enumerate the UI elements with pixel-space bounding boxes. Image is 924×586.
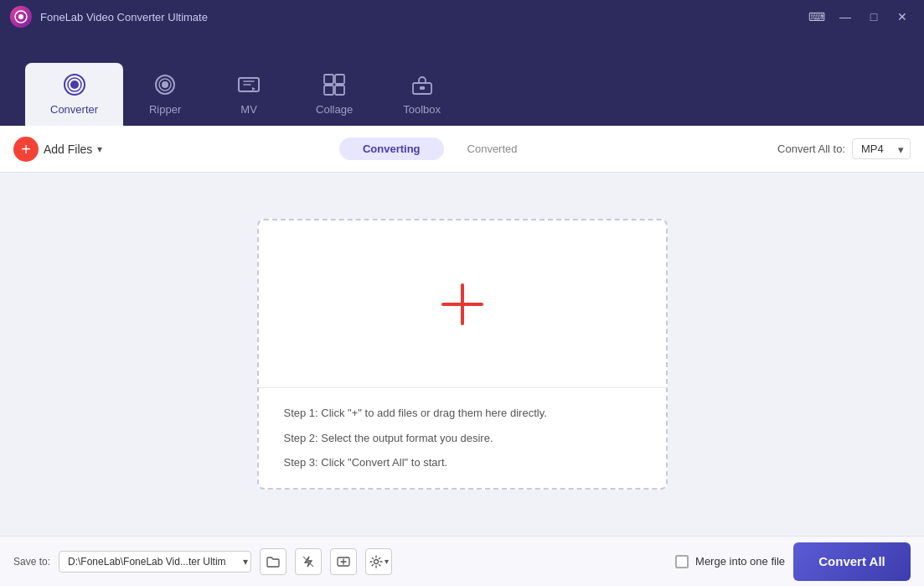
drop-zone-icon-area xyxy=(259,220,666,388)
svg-rect-10 xyxy=(335,75,344,84)
merge-label: Merge into one file xyxy=(695,555,785,568)
browse-folder-button[interactable] xyxy=(260,548,286,575)
main-content: + Add Files ▾ Converting Converted Conve… xyxy=(0,126,924,586)
add-circle-icon: + xyxy=(13,137,39,162)
tab-mv-label: MV xyxy=(240,103,257,116)
convert-all-to-section: Convert All to: MP4 MP3 AVI MOV MKV xyxy=(777,138,911,159)
svg-rect-14 xyxy=(420,86,425,90)
converted-tab-pill[interactable]: Converted xyxy=(444,137,541,160)
title-bar: FoneLab Video Converter Ultimate ⌨ — □ ✕ xyxy=(0,0,924,34)
merge-wrap: Merge into one file xyxy=(675,555,785,568)
svg-point-17 xyxy=(374,559,378,563)
app-logo xyxy=(10,6,32,28)
hardware-acceleration-button[interactable] xyxy=(295,548,322,575)
save-to-label: Save to: xyxy=(13,556,50,568)
app-title: FoneLab Video Converter Ultimate xyxy=(40,11,805,23)
svg-point-3 xyxy=(70,80,79,89)
window-controls: ⌨ — □ ✕ xyxy=(805,5,914,29)
svg-rect-11 xyxy=(324,86,333,95)
step3-text: Step 3: Click "Convert All" to start. xyxy=(284,454,641,471)
settings-button[interactable]: ▾ xyxy=(365,548,392,575)
toolbar: + Add Files ▾ Converting Converted Conve… xyxy=(0,126,924,173)
save-path-input[interactable] xyxy=(59,551,251,573)
keyboard-button[interactable]: ⌨ xyxy=(805,5,829,29)
add-files-button[interactable]: + Add Files ▾ xyxy=(13,137,102,162)
tab-switcher: Converting Converted xyxy=(112,137,767,160)
nav-tabs: Converter Ripper MV Collage xyxy=(0,34,924,126)
merge-checkbox[interactable] xyxy=(675,555,689,568)
tab-collage-label: Collage xyxy=(316,103,353,116)
tab-toolbox-label: Toolbox xyxy=(403,103,441,116)
tab-toolbox[interactable]: Toolbox xyxy=(378,63,466,126)
save-path-dropdown-button[interactable]: ▾ xyxy=(243,556,248,568)
tab-collage[interactable]: Collage xyxy=(291,63,378,126)
maximize-button[interactable]: □ xyxy=(862,5,885,29)
convert-all-button[interactable]: Convert All xyxy=(793,542,911,581)
tab-converter-label: Converter xyxy=(50,103,98,116)
tab-converter[interactable]: Converter xyxy=(25,63,123,126)
svg-point-6 xyxy=(162,81,168,88)
minimize-button[interactable]: — xyxy=(834,5,857,29)
svg-rect-12 xyxy=(335,86,344,95)
svg-point-1 xyxy=(18,14,23,19)
format-select[interactable]: MP4 MP3 AVI MOV MKV xyxy=(852,138,911,159)
step2-text: Step 2: Select the output format you des… xyxy=(284,430,641,447)
plus-icon xyxy=(441,283,483,325)
svg-rect-9 xyxy=(324,75,333,84)
add-files-label: Add Files xyxy=(44,143,92,156)
tab-ripper[interactable]: Ripper xyxy=(123,63,207,126)
drop-zone-area: Step 1: Click "+" to add files or drag t… xyxy=(0,173,924,536)
convert-all-to-label: Convert All to: xyxy=(777,143,845,155)
tab-mv[interactable]: MV xyxy=(207,63,291,126)
bottom-bar: Save to: ▾ xyxy=(0,536,924,586)
drop-zone[interactable]: Step 1: Click "+" to add files or drag t… xyxy=(257,219,668,490)
tab-ripper-label: Ripper xyxy=(149,103,181,116)
step1-text: Step 1: Click "+" to add files or drag t… xyxy=(284,405,641,422)
add-dropdown-arrow-icon: ▾ xyxy=(97,143,102,155)
close-button[interactable]: ✕ xyxy=(890,5,914,29)
converting-tab-pill[interactable]: Converting xyxy=(339,137,444,160)
settings2-button[interactable] xyxy=(330,548,357,575)
format-select-wrap: MP4 MP3 AVI MOV MKV xyxy=(852,138,911,159)
drop-zone-instructions: Step 1: Click "+" to add files or drag t… xyxy=(259,388,666,488)
save-path-wrap: ▾ xyxy=(59,551,251,573)
